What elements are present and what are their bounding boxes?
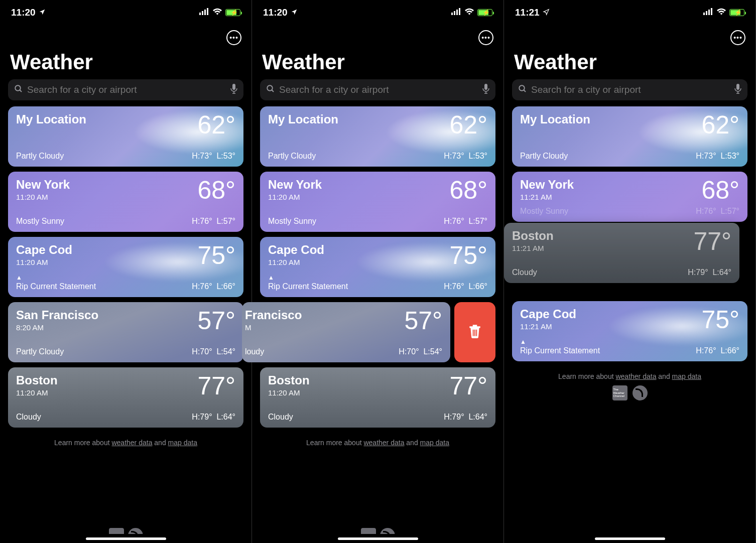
high-temp: H:73° <box>696 152 716 160</box>
location-arrow-icon <box>291 7 298 18</box>
home-indicator[interactable] <box>338 537 418 540</box>
weather-data-link[interactable]: weather data <box>111 439 152 447</box>
condition-text: Cloudy <box>268 413 293 422</box>
battery-charging-icon: ⚡ <box>729 9 744 16</box>
temperature: 75° <box>197 243 235 268</box>
low-temp: L:57° <box>468 217 487 225</box>
temperature: 77° <box>449 373 487 398</box>
weather-data-link[interactable]: weather data <box>615 372 656 380</box>
city-card-cape-cod[interactable]: Cape Cod11:20 AM 75° ▲Rip Current Statem… <box>260 237 495 297</box>
wifi-icon <box>464 8 474 17</box>
svg-rect-23 <box>736 84 739 90</box>
microphone-icon[interactable] <box>482 84 489 96</box>
svg-rect-16 <box>476 330 477 336</box>
low-temp: L:53° <box>216 152 235 160</box>
city-name: New York <box>268 178 322 192</box>
delete-button[interactable] <box>454 302 495 362</box>
footer-text: Learn more about weather data and map da… <box>260 433 495 451</box>
city-card-boston-dragging[interactable]: Boston11:21 AM 77° Cloudy H:79° L:64° <box>504 223 739 283</box>
svg-point-11 <box>267 85 273 91</box>
microphone-icon[interactable] <box>734 84 741 96</box>
city-list: My Location 62° Partly Cloudy H:73° L:53… <box>252 106 503 543</box>
search-input[interactable] <box>27 84 226 95</box>
city-name: Boston <box>268 373 310 387</box>
svg-point-21 <box>519 85 525 91</box>
search-icon <box>518 84 527 95</box>
high-temp: H:70° <box>399 347 419 356</box>
low-temp: L:66° <box>216 282 235 291</box>
battery-charging-icon: ⚡ <box>477 9 492 16</box>
home-indicator[interactable] <box>595 537 665 540</box>
high-temp: H:79° <box>688 268 708 277</box>
options-button[interactable]: ••• <box>226 30 241 45</box>
city-card-new-york[interactable]: New York 11:20 AM 68° Mostly Sunny H:76°… <box>8 172 243 232</box>
map-data-link[interactable]: map data <box>672 372 701 380</box>
city-card-new-york[interactable]: New York11:20 AM 68° Mostly Sunny H:76° … <box>260 172 495 232</box>
city-name: My Location <box>16 112 86 126</box>
svg-rect-15 <box>474 330 475 336</box>
svg-point-4 <box>15 85 21 91</box>
city-name: Francisco <box>245 308 302 322</box>
weather-data-link[interactable]: weather data <box>363 439 404 447</box>
footer-and: and <box>404 439 420 447</box>
screen-3: 11:21 ⚡ ••• Weather My Location 62° Part… <box>504 0 756 543</box>
high-temp: H:76° <box>192 282 212 291</box>
low-temp: L:64° <box>468 413 487 421</box>
svg-rect-19 <box>708 10 710 15</box>
cellular-signal-icon <box>199 8 209 17</box>
city-card-my-location[interactable]: My Location 62° Partly Cloudy H:73° L:53… <box>8 106 243 167</box>
svg-rect-10 <box>459 8 460 15</box>
condition-text: Mostly Sunny <box>520 207 568 216</box>
home-indicator[interactable] <box>86 537 166 540</box>
footer-and: and <box>656 372 672 380</box>
swipe-row-san-francisco[interactable]: FranciscoM 57° loudy H:70° L:54° <box>260 302 495 362</box>
low-temp: L:57° <box>216 217 235 225</box>
map-data-link[interactable]: map data <box>420 439 449 447</box>
high-temp: H:73° <box>444 152 464 160</box>
status-bar: 11:20 ⚡ <box>252 0 503 25</box>
temperature: 68° <box>701 178 739 203</box>
search-bar[interactable] <box>8 79 243 100</box>
temperature: 62° <box>449 112 487 138</box>
footer-and: and <box>152 439 168 447</box>
city-card-san-francisco[interactable]: San Francisco 8:20 AM 57° Partly Cloudy … <box>8 302 243 362</box>
search-input[interactable] <box>279 84 478 95</box>
screen-2: 11:20 ⚡ ••• Weather My Location 62° Part… <box>252 0 504 543</box>
svg-rect-9 <box>456 10 458 15</box>
city-card-boston[interactable]: Boston11:20 AM 77° Cloudy H:79° L:64° <box>260 367 495 428</box>
temperature: 68° <box>449 178 487 203</box>
search-input[interactable] <box>531 84 730 95</box>
temperature: 77° <box>197 373 235 398</box>
low-temp: L:57° <box>720 207 739 215</box>
map-data-link[interactable]: map data <box>168 439 197 447</box>
alert-icon: ▲ <box>16 274 96 281</box>
city-name: My Location <box>268 112 338 126</box>
local-time: 8:20 AM <box>16 323 98 332</box>
svg-rect-7 <box>451 13 453 15</box>
footer-pre: Learn more about <box>54 439 111 447</box>
svg-rect-3 <box>207 8 208 15</box>
city-card-san-francisco[interactable]: FranciscoM 57° loudy H:70° L:54° <box>242 302 450 362</box>
temperature: 62° <box>197 112 235 138</box>
low-temp: L:66° <box>720 346 739 355</box>
temperature: 75° <box>449 243 487 268</box>
city-card-cape-cod[interactable]: Cape Cod 11:20 AM 75° ▲ Rip Current Stat… <box>8 237 243 297</box>
options-button[interactable]: ••• <box>730 30 745 45</box>
city-name: Cape Cod <box>268 243 324 257</box>
microphone-icon[interactable] <box>230 84 237 96</box>
footer-pre: Learn more about <box>306 439 363 447</box>
attribution-logos: The Weather Channel <box>520 385 739 400</box>
high-temp: H:70° <box>192 347 212 356</box>
city-card-my-location[interactable]: My Location 62° Partly Cloudy H:73° L:53… <box>512 106 747 167</box>
status-bar: 11:20 ⚡ <box>0 0 251 25</box>
svg-rect-8 <box>454 11 455 15</box>
city-card-my-location[interactable]: My Location 62° Partly Cloudy H:73° L:53… <box>260 106 495 167</box>
city-card-new-york[interactable]: New York11:21 AM 68° Mostly Sunny H:76° … <box>512 172 747 222</box>
search-bar[interactable] <box>512 79 747 100</box>
city-card-boston[interactable]: Boston 11:20 AM 77° Cloudy H:79° L:64° <box>8 367 243 428</box>
options-button[interactable]: ••• <box>478 30 493 45</box>
condition-text: loudy <box>245 347 264 356</box>
city-name: Boston <box>512 229 554 243</box>
search-bar[interactable] <box>260 79 495 100</box>
city-card-cape-cod[interactable]: Cape Cod11:21 AM 75° ▲Rip Current Statem… <box>512 301 747 361</box>
